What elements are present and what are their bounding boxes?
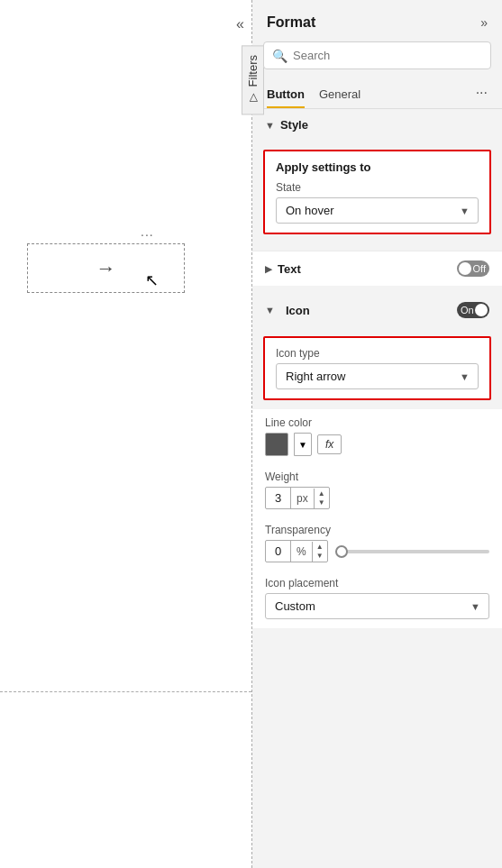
weight-row: Weight 3 px ▲ ▼ <box>252 463 502 516</box>
color-row: ▼ fx <box>265 433 489 456</box>
state-dropdown-wrapper: Default On hover On press Disabled ▼ <box>276 197 479 224</box>
text-toggle[interactable]: Off <box>457 260 489 277</box>
text-toggle-label: Off <box>473 263 486 274</box>
search-icon: 🔍 <box>272 49 288 63</box>
icon-placement-label: Icon placement <box>265 577 489 589</box>
state-label: State <box>276 181 479 194</box>
transparency-value[interactable]: 0 <box>266 541 291 562</box>
search-container: 🔍 <box>263 41 491 69</box>
icon-type-dropdown[interactable]: Right arrow Left arrow Up arrow Down arr… <box>276 363 479 389</box>
button-canvas-element[interactable]: → ↖ <box>27 243 185 293</box>
weight-unit: px <box>291 489 315 508</box>
format-panel: Format » 🔍 Button General ··· ▼ Style Ap… <box>252 0 502 868</box>
text-toggle-thumb <box>459 262 471 275</box>
divider-1 <box>252 243 502 251</box>
text-section-label: Text <box>278 262 301 276</box>
icon-toggle-label: On <box>461 305 474 315</box>
weight-value[interactable]: 3 <box>266 488 291 508</box>
line-color-label: Line color <box>265 416 489 429</box>
icon-toggle[interactable]: On <box>457 302 489 318</box>
transparency-spinner-down[interactable]: ▼ <box>313 552 327 561</box>
transparency-label: Transparency <box>265 524 489 536</box>
canvas-bottom-divider <box>0 691 251 692</box>
transparency-slider-track[interactable] <box>335 550 489 553</box>
weight-number-box: 3 px ▲ ▼ <box>265 487 330 509</box>
apply-settings-title: Apply settings to <box>276 160 479 174</box>
transparency-slider-row: 0 % ▲ ▼ <box>265 540 489 562</box>
text-section-row[interactable]: ▶ Text Off <box>252 251 502 286</box>
divider-2 <box>252 286 502 293</box>
transparency-spinner-up[interactable]: ▲ <box>313 543 327 552</box>
icon-type-label: Icon type <box>276 347 479 360</box>
tab-button[interactable]: Button <box>267 80 305 108</box>
icon-placement-dropdown[interactable]: Left Right Above Below Custom <box>265 593 489 619</box>
text-chevron-icon: ▶ <box>265 264 272 274</box>
transparency-unit: % <box>291 542 313 562</box>
icon-section-header[interactable]: ▼ Icon On <box>252 293 502 327</box>
panel-title: Format <box>267 14 315 31</box>
panel-header: Format » <box>252 0 502 41</box>
fx-button[interactable]: fx <box>317 434 342 454</box>
tabs-more-button[interactable]: ··· <box>476 85 488 105</box>
icon-placement-dropdown-wrapper: Left Right Above Below Custom ▼ <box>265 593 489 619</box>
weight-spinner-down[interactable]: ▼ <box>315 498 329 507</box>
style-chevron-icon: ▼ <box>265 120 275 131</box>
icon-type-box: Icon type Right arrow Left arrow Up arro… <box>263 336 491 400</box>
expand-panel-button[interactable]: » <box>480 15 488 30</box>
collapse-panels-button[interactable]: « <box>236 16 244 32</box>
line-color-swatch[interactable] <box>265 433 288 456</box>
line-color-row: Line color ▼ fx <box>252 409 502 463</box>
tab-general[interactable]: General <box>319 80 361 108</box>
transparency-number-box: 0 % ▲ ▼ <box>265 540 328 562</box>
icon-type-dropdown-wrapper: Right arrow Left arrow Up arrow Down arr… <box>276 363 479 389</box>
icon-section-label: Icon <box>286 304 310 317</box>
state-dropdown[interactable]: Default On hover On press Disabled <box>276 197 479 224</box>
style-section-header[interactable]: ▼ Style <box>252 109 502 141</box>
style-section-label: Style <box>280 118 308 132</box>
filters-tab[interactable]: ▽ Filters <box>242 45 264 114</box>
search-input[interactable] <box>263 41 491 69</box>
icon-chevron-icon: ▼ <box>265 305 275 315</box>
element-more-button[interactable]: ··· <box>141 227 154 242</box>
weight-input-row: 3 px ▲ ▼ <box>265 487 489 509</box>
icon-section-left: ▼ Icon <box>265 304 310 317</box>
canvas-area: « ▽ Filters ··· → ↖ <box>0 0 252 868</box>
text-section-label-group: ▶ Text <box>265 262 301 276</box>
transparency-slider-thumb[interactable] <box>335 545 348 558</box>
weight-label: Weight <box>265 471 489 483</box>
apply-settings-box: Apply settings to State Default On hover… <box>263 150 491 234</box>
icon-toggle-thumb <box>475 304 488 316</box>
cursor-icon: ↖ <box>145 270 159 290</box>
filter-icon: ▽ <box>247 92 260 105</box>
tabs-row: Button General ··· <box>252 80 502 109</box>
transparency-row: Transparency 0 % ▲ ▼ <box>252 516 502 570</box>
icon-placement-row: Icon placement Left Right Above Below Cu… <box>252 570 502 628</box>
color-dropdown-button[interactable]: ▼ <box>294 433 312 456</box>
weight-spinners[interactable]: ▲ ▼ <box>315 489 329 507</box>
canvas-arrow-icon: → <box>96 257 116 280</box>
transparency-spinners[interactable]: ▲ ▼ <box>313 543 327 561</box>
filters-label: Filters <box>246 55 260 87</box>
weight-spinner-up[interactable]: ▲ <box>315 489 329 498</box>
